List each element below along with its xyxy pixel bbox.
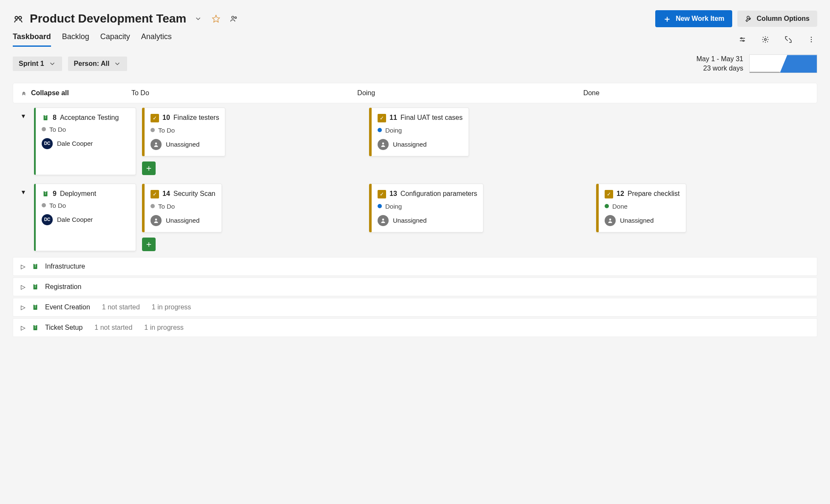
person-dropdown[interactable]: Person: All bbox=[68, 57, 128, 71]
tab-taskboard[interactable]: Taskboard bbox=[13, 32, 51, 47]
columns-header: Collapse all To Do Doing Done bbox=[13, 83, 817, 103]
collapse-icon bbox=[21, 90, 27, 96]
chevron-down-icon bbox=[48, 60, 56, 68]
card-status: To Do bbox=[158, 203, 175, 210]
filter-options-button[interactable] bbox=[736, 34, 748, 45]
swimlane-body: ! 8 Acceptance Testing To Do DC Dale Coo… bbox=[34, 105, 817, 178]
swimlane-collapse-button[interactable]: ▼ bbox=[13, 105, 34, 178]
tabs-right bbox=[736, 34, 817, 45]
star-icon bbox=[212, 14, 220, 23]
unassigned-icon bbox=[378, 215, 389, 226]
filter-row: Sprint 1 Person: All May 1 - May 31 23 w… bbox=[13, 54, 817, 74]
card-id: 11 bbox=[389, 114, 397, 122]
parent-card[interactable]: ! 9 Deployment To Do DC Dale Cooper bbox=[34, 184, 136, 251]
card-id: 9 bbox=[53, 190, 57, 198]
taskboard: Collapse all To Do Doing Done ▼ ! 8 Acce… bbox=[13, 83, 817, 337]
status-dot-icon bbox=[151, 128, 155, 132]
add-task-button[interactable]: ＋ bbox=[142, 161, 156, 175]
card-assignee: Unassigned bbox=[166, 217, 199, 224]
column-header-doing: Doing bbox=[357, 89, 583, 97]
more-options-button[interactable] bbox=[805, 34, 817, 45]
svg-text:!: ! bbox=[35, 264, 36, 268]
swimlane-collapse-button[interactable]: ▼ bbox=[13, 181, 34, 254]
add-task-button[interactable]: ＋ bbox=[142, 238, 156, 251]
clipboard-icon: ! bbox=[31, 263, 39, 270]
task-check-icon: ✓ bbox=[605, 190, 613, 198]
title-dropdown-button[interactable] bbox=[192, 13, 204, 25]
tab-capacity[interactable]: Capacity bbox=[100, 32, 130, 47]
task-card[interactable]: ✓ 13 Configuration parameters Doing bbox=[369, 184, 483, 232]
svg-point-21 bbox=[155, 218, 157, 221]
members-button[interactable] bbox=[228, 13, 240, 25]
collapsed-swimlane[interactable]: ▷ ! Infrastructure bbox=[13, 257, 817, 276]
collapsed-swimlane[interactable]: ▷ ! Event Creation 1 not started 1 in pr… bbox=[13, 298, 817, 317]
collapsed-meta-in-progress: 1 in progress bbox=[152, 303, 191, 311]
svg-point-10 bbox=[811, 37, 812, 38]
task-card[interactable]: ✓ 11 Final UAT test cases Doing bbox=[369, 108, 469, 156]
svg-point-8 bbox=[743, 40, 744, 42]
task-card[interactable]: ✓ 12 Prepare checklist Done Un bbox=[596, 184, 686, 232]
unassigned-icon bbox=[378, 139, 389, 150]
avatar: DC bbox=[42, 214, 53, 225]
avatar: DC bbox=[42, 138, 53, 149]
person-dropdown-label: Person: All bbox=[74, 60, 110, 68]
plus-icon: ＋ bbox=[663, 14, 671, 23]
parent-card[interactable]: ! 8 Acceptance Testing To Do DC Dale Coo… bbox=[34, 108, 136, 175]
new-work-item-label: New Work Item bbox=[676, 15, 724, 23]
collapsed-swimlane[interactable]: ▷ ! Registration bbox=[13, 277, 817, 296]
page-header: Product Development Team ＋ New Work Item… bbox=[13, 10, 817, 27]
tab-backlog[interactable]: Backlog bbox=[62, 32, 89, 47]
task-card[interactable]: ✓ 10 Finalize testers To Do Un bbox=[142, 108, 225, 156]
collapsed-meta-not-started: 1 not started bbox=[94, 324, 132, 331]
burndown-chart[interactable] bbox=[749, 54, 817, 73]
gear-icon bbox=[762, 36, 769, 43]
collapsed-meta-not-started: 1 not started bbox=[102, 303, 140, 311]
task-check-icon: ✓ bbox=[151, 114, 159, 122]
card-title: Prepare checklist bbox=[628, 190, 680, 198]
card-assignee: Dale Cooper bbox=[57, 216, 93, 223]
column-cell-doing: ✓ 13 Configuration parameters Doing bbox=[369, 184, 590, 251]
sprint-dropdown[interactable]: Sprint 1 bbox=[13, 57, 62, 71]
fullscreen-button[interactable] bbox=[782, 34, 794, 45]
collapsed-title: Ticket Setup bbox=[45, 324, 82, 331]
swimlane: ▼ ! 8 Acceptance Testing To Do DC bbox=[13, 105, 817, 178]
svg-point-12 bbox=[811, 41, 812, 42]
card-title: Security Scan bbox=[173, 190, 216, 198]
collapsed-title: Event Creation bbox=[45, 303, 90, 311]
collapse-all-button[interactable]: Collapse all bbox=[21, 89, 131, 97]
status-dot-icon bbox=[378, 128, 382, 132]
card-assignee: Unassigned bbox=[620, 217, 654, 224]
card-status: To Do bbox=[49, 126, 66, 133]
task-card[interactable]: ✓ 14 Security Scan To Do Unass bbox=[142, 184, 222, 232]
collapsed-title: Infrastructure bbox=[45, 263, 85, 270]
clipboard-icon: ! bbox=[31, 303, 39, 311]
clipboard-icon: ! bbox=[42, 114, 49, 122]
column-options-label: Column Options bbox=[757, 15, 810, 23]
favorite-button[interactable] bbox=[210, 13, 222, 25]
card-id: 13 bbox=[389, 190, 397, 198]
task-check-icon: ✓ bbox=[378, 114, 386, 122]
collapsed-title: Registration bbox=[45, 283, 81, 291]
svg-point-22 bbox=[382, 218, 384, 221]
svg-text:!: ! bbox=[35, 285, 36, 289]
sprint-date-range: May 1 - May 31 bbox=[696, 54, 743, 64]
page-title: Product Development Team bbox=[30, 12, 186, 25]
svg-point-17 bbox=[382, 142, 384, 144]
card-title: Configuration parameters bbox=[401, 190, 478, 198]
collapse-all-label: Collapse all bbox=[31, 89, 69, 97]
clipboard-icon: ! bbox=[42, 190, 49, 198]
swimlane: ▼ ! 9 Deployment To Do DC Dale Cooper bbox=[13, 181, 817, 254]
collapsed-swimlane[interactable]: ▷ ! Ticket Setup 1 not started 1 in prog… bbox=[13, 318, 817, 337]
status-dot-icon bbox=[605, 204, 609, 208]
tabs-left: Taskboard Backlog Capacity Analytics bbox=[13, 32, 172, 47]
settings-button[interactable] bbox=[759, 34, 771, 45]
column-options-button[interactable]: Column Options bbox=[737, 11, 817, 27]
chevron-down-icon bbox=[114, 60, 121, 68]
filter-left: Sprint 1 Person: All bbox=[13, 57, 127, 71]
card-title: Finalize testers bbox=[173, 114, 219, 122]
tab-analytics[interactable]: Analytics bbox=[141, 32, 172, 47]
sprint-dropdown-label: Sprint 1 bbox=[19, 60, 44, 68]
card-id: 10 bbox=[162, 114, 170, 122]
new-work-item-button[interactable]: ＋ New Work Item bbox=[655, 10, 732, 27]
card-id: 14 bbox=[162, 190, 170, 198]
